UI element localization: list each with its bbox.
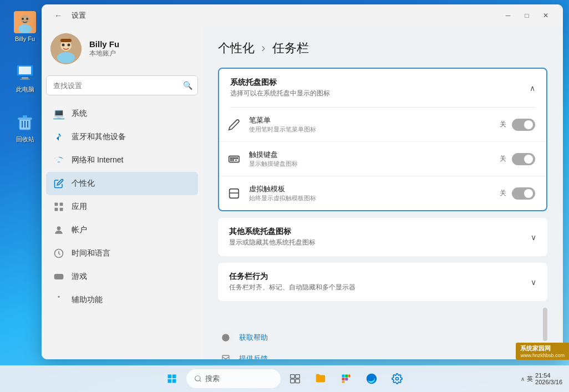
svg-point-41 — [235, 157, 236, 159]
section-taskbar-behavior-title: 任务栏行为 — [229, 272, 355, 282]
svg-rect-52 — [172, 379, 176, 383]
nav-item-accounts[interactable]: 帐户 — [46, 218, 198, 242]
main-panel: 个性化 › 任务栏 系统托盘图标 选择可以在系统托盘中显示的图标 ∧ — [202, 27, 563, 359]
network-icon — [53, 154, 65, 166]
help-link[interactable]: 获取帮助 — [218, 330, 547, 345]
desktop-icon-billy-fu[interactable]: Billy Fu — [6, 11, 44, 42]
virtual-touchpad-name: 虚拟触模板 — [249, 184, 316, 194]
svg-point-28 — [60, 276, 62, 277]
svg-point-25 — [57, 226, 61, 230]
virtual-touchpad-toggle[interactable] — [512, 187, 535, 200]
section-other-tray-header[interactable]: 其他系统托盘图标 显示或隐藏其他系统托盘图标 ∨ — [218, 218, 547, 256]
accounts-icon — [53, 224, 65, 236]
svg-point-65 — [396, 378, 399, 380]
svg-rect-6 — [19, 67, 31, 74]
svg-point-3 — [22, 18, 24, 20]
avatar — [50, 33, 82, 64]
sidebar: Billy Fu 本地账户 🔍 💻 系统 蓝牙和其他设备 — [42, 27, 202, 359]
svg-rect-49 — [168, 375, 172, 379]
pen-menu-name: 笔菜单 — [249, 115, 316, 125]
accessibility-icon — [53, 294, 65, 306]
search-input[interactable] — [46, 75, 198, 95]
nav-item-apps[interactable]: 应用 — [46, 195, 198, 218]
nav-item-network[interactable]: 网络和 Internet — [46, 149, 198, 172]
pen-menu-toggle[interactable] — [512, 119, 535, 131]
pen-menu-desc: 使用笔时显示笔菜单图标 — [249, 125, 316, 134]
svg-rect-11 — [23, 115, 27, 118]
svg-rect-60 — [345, 375, 348, 378]
nav-item-gaming[interactable]: 游戏 — [46, 265, 198, 288]
apps-icon — [53, 201, 65, 213]
setting-row-virtual-touchpad: 虚拟触模板 始终显示虚拟触模板图标 关 — [219, 176, 546, 210]
user-name: Billy Fu — [89, 39, 119, 49]
desktop-icon-recycle-bin-label: 回收站 — [16, 135, 34, 144]
section-taskbar-behavior: 任务栏行为 任务栏对齐、标记、自动隐藏和多个显示器 ∨ — [218, 263, 547, 301]
back-button[interactable]: ← — [50, 8, 66, 23]
svg-rect-63 — [345, 378, 348, 380]
system-icon: 💻 — [53, 108, 65, 120]
touch-keyboard-toggle[interactable] — [512, 153, 535, 165]
user-type: 本地账户 — [89, 49, 119, 58]
network-label: 网络和 Internet — [72, 155, 123, 165]
edge-button[interactable] — [360, 368, 383, 390]
accessibility-label: 辅助功能 — [72, 295, 103, 305]
tray-arrow[interactable]: ∧ — [521, 376, 525, 382]
help-label: 获取帮助 — [239, 333, 268, 343]
svg-point-4 — [26, 18, 28, 20]
svg-point-19 — [68, 44, 70, 47]
gaming-icon — [53, 271, 65, 283]
section-taskbar-behavior-header[interactable]: 任务栏行为 任务栏对齐、标记、自动隐藏和多个显示器 ∨ — [218, 263, 547, 301]
svg-rect-20 — [60, 39, 72, 42]
maximize-button[interactable]: □ — [519, 9, 535, 22]
section-system-tray-title: 系统托盘图标 — [230, 78, 330, 88]
watermark: 系统家园网 www.hnzkhbsb.com — [516, 343, 569, 360]
section-other-tray-chevron: ∨ — [531, 233, 536, 242]
setting-row-touch-keyboard: 触摸键盘 显示触摸键盘图标 关 — [219, 142, 546, 176]
personalization-label: 个性化 — [72, 179, 95, 189]
svg-point-44 — [232, 159, 233, 160]
svg-rect-24 — [60, 208, 63, 211]
bluetooth-icon — [53, 131, 65, 143]
search-icon: 🔍 — [183, 81, 192, 90]
taskbar: 搜索 ∧ 英 21:54 2026/3/16 — [0, 365, 569, 392]
personalization-icon — [53, 177, 65, 190]
virtual-touchpad-state-label: 关 — [500, 189, 506, 198]
nav-item-accessibility[interactable]: 辅助功能 — [46, 288, 198, 312]
user-profile[interactable]: Billy Fu 本地账户 — [46, 27, 198, 73]
feedback-label: 提供反馈 — [239, 354, 268, 359]
apps-button[interactable] — [335, 368, 357, 390]
start-button[interactable] — [161, 368, 183, 390]
nav-item-system[interactable]: 💻 系统 — [46, 102, 198, 125]
time-icon — [53, 247, 65, 259]
svg-rect-50 — [172, 375, 176, 379]
svg-point-39 — [231, 157, 232, 159]
svg-rect-56 — [296, 375, 300, 379]
svg-point-18 — [62, 44, 65, 47]
task-view-button[interactable] — [284, 368, 306, 390]
close-button[interactable]: ✕ — [537, 9, 554, 22]
setting-row-pen-menu: 笔菜单 使用笔时显示笔菜单图标 关 — [219, 108, 546, 142]
virtual-touchpad-icon — [227, 186, 241, 201]
section-system-tray-header[interactable]: 系统托盘图标 选择可以在系统托盘中显示的图标 ∧ — [219, 69, 546, 107]
file-explorer-button[interactable] — [309, 368, 332, 390]
touch-keyboard-name: 触摸键盘 — [249, 150, 298, 160]
svg-rect-23 — [55, 208, 58, 211]
svg-rect-22 — [60, 203, 63, 206]
svg-rect-64 — [342, 381, 345, 383]
nav-item-personalization[interactable]: 个性化 — [46, 172, 198, 195]
desktop-icon-this-pc[interactable]: 此电脑 — [6, 61, 44, 94]
desktop-icon-recycle-bin[interactable]: 回收站 — [6, 111, 44, 144]
accounts-label: 帐户 — [72, 225, 87, 235]
minimize-button[interactable]: ─ — [500, 9, 516, 22]
section-system-tray: 系统托盘图标 选择可以在系统托盘中显示的图标 ∧ 笔菜单 使用笔时显示笔菜 — [218, 68, 547, 211]
svg-line-54 — [200, 380, 201, 382]
settings-taskbar-button[interactable] — [386, 368, 408, 390]
nav-item-time[interactable]: 时间和语言 — [46, 242, 198, 265]
search-bar[interactable]: 搜索 — [186, 369, 281, 388]
svg-rect-31 — [229, 156, 239, 162]
nav-item-bluetooth[interactable]: 蓝牙和其他设备 — [46, 125, 198, 149]
feedback-link[interactable]: 提供反馈 — [218, 351, 547, 359]
page-title: 个性化 › 任务栏 — [218, 40, 547, 57]
section-taskbar-behavior-chevron: ∨ — [531, 278, 536, 287]
tray-lang[interactable]: 英 — [527, 375, 533, 383]
